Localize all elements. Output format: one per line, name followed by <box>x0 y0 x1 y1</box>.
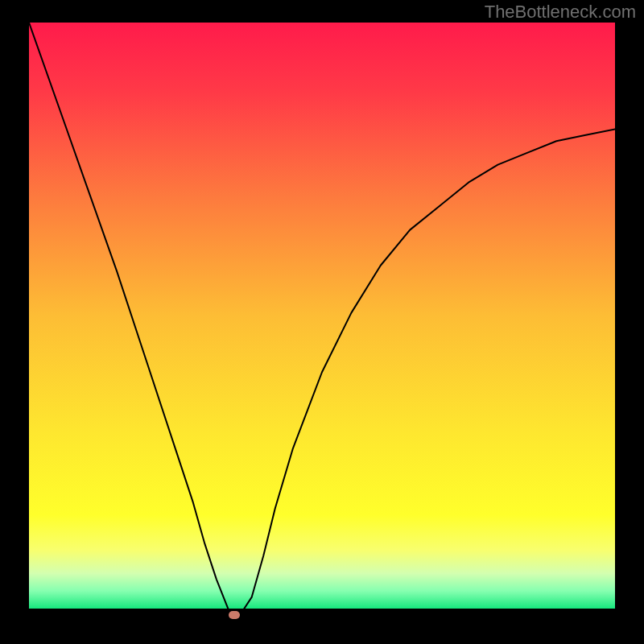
optimum-marker <box>229 611 240 619</box>
watermark-text: TheBottleneck.com <box>485 2 636 23</box>
chart-frame: TheBottleneck.com <box>0 0 644 644</box>
bottleneck-curve <box>29 23 615 615</box>
plot-area <box>29 23 615 615</box>
